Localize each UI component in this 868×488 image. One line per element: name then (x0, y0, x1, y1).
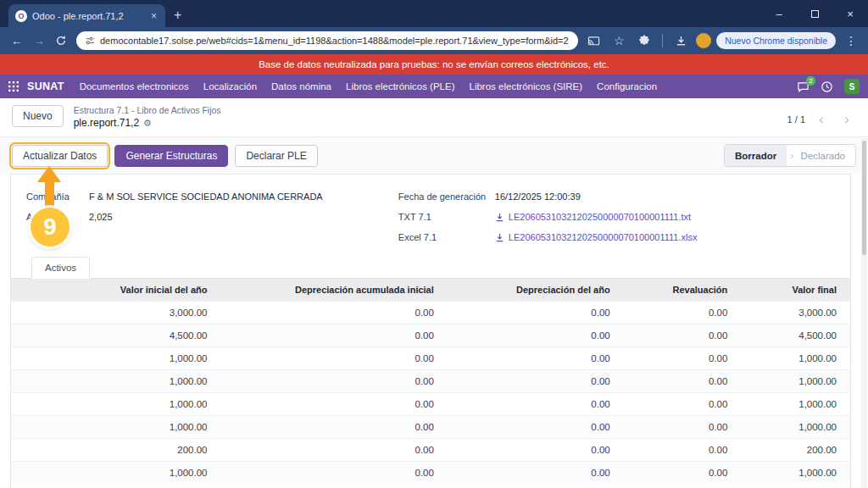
excel-file-link[interactable]: LE2060531032120250000070100001111.xlsx (495, 232, 698, 242)
table-cell[interactable]: 200.00 (741, 439, 850, 462)
nav-item[interactable]: Documentos electronicos (80, 81, 189, 92)
activities-clock-icon[interactable] (821, 80, 833, 93)
table-cell[interactable]: 0.00 (448, 416, 624, 439)
table-cell[interactable]: 1,000.00 (11, 370, 221, 393)
bookmark-star-icon[interactable]: ☆ (609, 30, 629, 51)
table-cell[interactable]: 0.00 (221, 324, 448, 347)
table-cell[interactable]: 0.00 (448, 302, 624, 324)
nav-item[interactable]: Datos nómina (271, 81, 331, 92)
table-cell[interactable]: 1,000.00 (741, 393, 850, 416)
table-cell[interactable]: 0.00 (448, 347, 624, 370)
table-row[interactable]: 1,000.000.000.000.001,000.00 (11, 347, 850, 370)
table-cell[interactable]: 4,500.00 (741, 324, 850, 347)
nav-item[interactable]: Localización (203, 81, 257, 92)
table-cell[interactable]: 0.00 (448, 324, 624, 347)
messages-icon[interactable]: 2 (797, 80, 810, 93)
cast-icon[interactable] (583, 30, 604, 51)
table-cell[interactable]: 0.00 (448, 462, 624, 485)
excel-file-name[interactable]: LE2060531032120250000070100001111.xlsx (509, 232, 698, 242)
table-cell[interactable]: 1,000.00 (741, 370, 850, 393)
table-row[interactable]: 3,000.000.000.000.003,000.00 (11, 302, 850, 324)
forward-icon[interactable]: → (29, 30, 49, 51)
declarar-ple-button[interactable]: Declarar PLE (235, 145, 317, 167)
table-row[interactable]: 200.000.000.000.00200.00 (11, 439, 850, 462)
refresh-icon[interactable] (51, 30, 71, 51)
table-cell[interactable]: 0.00 (448, 439, 624, 462)
table-cell[interactable]: 1,000.00 (741, 462, 850, 485)
table-cell[interactable]: 0.00 (448, 393, 624, 416)
table-cell[interactable]: 1,000.00 (11, 462, 221, 485)
txt-file-link[interactable]: LE2060531032120250000070100001111.txt (495, 212, 691, 222)
tab-close-icon[interactable]: × (149, 10, 159, 22)
table-cell[interactable]: 0.00 (221, 462, 448, 485)
actualizar-datos-button[interactable]: Actualizar Datos (12, 145, 108, 167)
new-tab-button[interactable]: + (174, 8, 181, 23)
table-cell[interactable]: 3,000.00 (11, 302, 221, 324)
table-cell[interactable]: 0.00 (221, 393, 448, 416)
address-bar[interactable]: democontable17.solse.pe/web#cids=1&menu_… (76, 31, 578, 50)
column-header[interactable]: Depreciación del año (448, 279, 624, 302)
table-cell[interactable]: 0.00 (624, 370, 742, 393)
user-avatar[interactable]: S (844, 79, 860, 94)
table-cell[interactable]: 0.00 (624, 393, 742, 416)
table-row[interactable]: 1,000.000.000.000.001,000.00 (11, 416, 850, 439)
table-cell[interactable]: 0.00 (448, 370, 624, 393)
table-cell[interactable]: 1,000.00 (11, 393, 221, 416)
content-scrollbar[interactable] (861, 138, 867, 488)
column-header[interactable]: Valor inicial del año (11, 279, 221, 302)
new-button[interactable]: Nuevo (12, 105, 64, 127)
nav-item[interactable]: Configuracion (597, 81, 657, 92)
browser-menu-icon[interactable]: ⋮ (841, 30, 861, 51)
table-cell[interactable]: 200.00 (11, 439, 221, 462)
minimize-button[interactable]: – (761, 0, 797, 27)
chrome-update-button[interactable]: Nuevo Chrome disponible (716, 32, 836, 49)
settings-gear-icon[interactable]: ⚙ (143, 117, 152, 129)
table-cell[interactable]: 0.00 (221, 370, 448, 393)
generar-estructuras-button[interactable]: Generar Estructuras (114, 145, 228, 167)
close-button[interactable]: × (832, 0, 868, 27)
table-cell[interactable]: 4,500.00 (11, 324, 221, 347)
downloads-icon[interactable] (670, 30, 691, 51)
column-header[interactable]: Depreciación acumulada inicial (221, 279, 448, 302)
table-cell[interactable]: 0.00 (624, 347, 742, 370)
txt-file-name[interactable]: LE2060531032120250000070100001111.txt (509, 212, 691, 222)
table-cell[interactable]: 0.00 (624, 439, 742, 462)
pager-prev-icon[interactable]: ‹ (812, 110, 831, 129)
table-cell[interactable]: 1,000.00 (741, 347, 850, 370)
table-cell[interactable]: 0.00 (221, 416, 448, 439)
table-cell[interactable]: 0.00 (221, 439, 448, 462)
table-row[interactable]: 1,000.000.000.000.001,000.00 (11, 462, 850, 485)
company-value[interactable]: F & M SOL SERVICE SOCIEDAD ANONIMA CERRA… (89, 191, 323, 202)
table-row[interactable]: 1,000.000.000.000.001,000.00 (11, 393, 850, 416)
status-declarado[interactable]: Declarado (798, 151, 855, 161)
site-settings-icon[interactable] (85, 36, 95, 46)
table-cell[interactable]: 0.00 (624, 324, 742, 347)
table-cell[interactable]: 0.00 (624, 462, 742, 485)
table-row[interactable]: 1,000.000.000.000.001,000.00 (11, 370, 850, 393)
column-header[interactable]: Revaluación (624, 279, 742, 302)
table-cell[interactable]: 0.00 (221, 347, 448, 370)
pager-next-icon[interactable]: › (837, 110, 856, 129)
status-borrador[interactable]: Borrador (725, 145, 787, 166)
table-cell[interactable]: 3,000.00 (741, 302, 850, 324)
table-row[interactable]: 4,500.000.000.000.004,500.00 (11, 324, 850, 347)
profile-avatar[interactable] (696, 33, 711, 48)
navbar-brand[interactable]: SUNAT (27, 80, 64, 92)
nav-item[interactable]: Libros electrónicos (PLE) (346, 81, 454, 92)
table-cell[interactable]: 1,000.00 (11, 347, 221, 370)
nav-item[interactable]: Libros electrónicos (SIRE) (470, 81, 583, 92)
back-icon[interactable]: ← (7, 30, 27, 51)
table-cell[interactable]: 0.00 (624, 416, 742, 439)
table-cell[interactable]: 1,000.00 (11, 416, 221, 439)
extensions-icon[interactable] (634, 30, 654, 51)
year-value[interactable]: 2,025 (89, 212, 113, 222)
breadcrumb-title[interactable]: Estructura 7.1 - Libro de Activos Fijos (74, 105, 221, 117)
browser-tab[interactable]: O Odoo - ple.report.71,2 × (8, 4, 165, 27)
table-cell[interactable]: 0.00 (624, 302, 742, 324)
maximize-button[interactable] (797, 0, 832, 27)
table-cell[interactable]: 1,000.00 (741, 416, 850, 439)
column-header[interactable]: Valor final (741, 279, 850, 302)
table-cell[interactable]: 0.00 (221, 302, 448, 324)
tab-activos[interactable]: Activos (31, 257, 90, 279)
apps-menu-icon[interactable] (8, 81, 19, 92)
